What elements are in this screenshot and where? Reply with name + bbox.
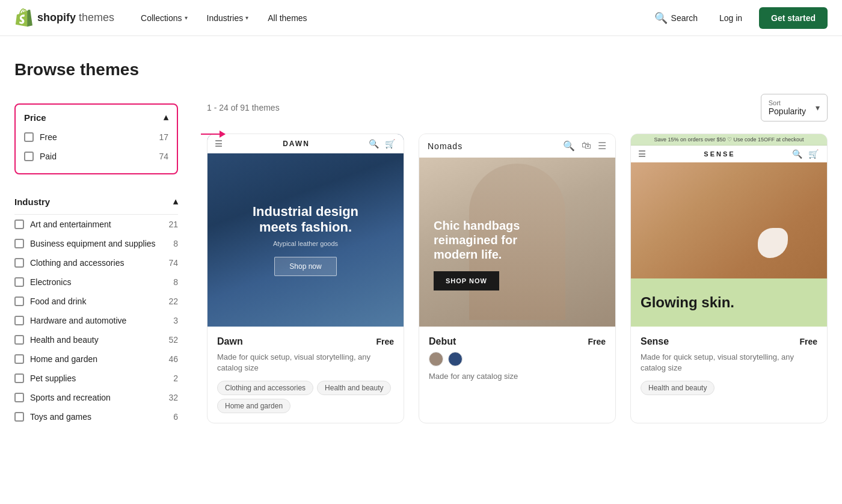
industry-electronics-item[interactable]: Electronics 8 bbox=[14, 272, 178, 292]
dawn-search-icon: 🔍 bbox=[369, 139, 380, 149]
industry-health-item[interactable]: Health and beauty 52 bbox=[14, 330, 178, 349]
login-label: Log in bbox=[719, 13, 742, 23]
get-started-button[interactable]: Get started bbox=[759, 7, 828, 29]
price-free-checkbox[interactable] bbox=[24, 132, 34, 142]
industry-filter-header[interactable]: Industry ▴ bbox=[14, 189, 178, 215]
price-paid-left: Paid bbox=[24, 152, 57, 161]
sense-search-icon: 🔍 bbox=[792, 149, 804, 159]
dawn-shop-button[interactable]: Shop now bbox=[274, 257, 336, 276]
debut-headline: Chic handbagsreimagined formodern life. bbox=[434, 218, 601, 262]
industry-toys-label: Toys and games bbox=[30, 412, 91, 422]
sense-tag-health[interactable]: Health and beauty bbox=[641, 381, 714, 395]
debut-info: Debut Free Made for any catalog size bbox=[419, 327, 615, 399]
sense-name: Sense bbox=[641, 336, 669, 347]
debut-search-icon: 🔍 bbox=[563, 140, 576, 152]
price-free-item[interactable]: Free 17 bbox=[24, 128, 168, 147]
sense-brand-name: SENSE bbox=[704, 150, 735, 158]
industry-sports-checkbox[interactable] bbox=[14, 393, 24, 402]
industry-food-item[interactable]: Food and drink 22 bbox=[14, 292, 178, 311]
industry-clothing-checkbox[interactable] bbox=[14, 258, 24, 268]
price-paid-label: Paid bbox=[40, 152, 57, 161]
industry-hardware-item[interactable]: Hardware and automotive 3 bbox=[14, 311, 178, 330]
industry-clothing-label: Clothing and accessories bbox=[30, 258, 124, 268]
industry-art-checkbox[interactable] bbox=[14, 220, 24, 229]
login-button[interactable]: Log in bbox=[712, 10, 749, 26]
dawn-desc: Made for quick setup, visual storytellin… bbox=[217, 352, 394, 373]
sense-glowing-text: Glowing skin. bbox=[641, 294, 734, 311]
debut-preview: Nomads 🔍 🛍 ☰ Chic handbagsreimagined for… bbox=[419, 134, 615, 327]
content-header: 1 - 24 of 91 themes Sort Popularity ▾ bbox=[207, 91, 828, 121]
industry-home-item[interactable]: Home and garden 46 bbox=[14, 349, 178, 369]
price-free-label: Free bbox=[40, 132, 57, 142]
search-button[interactable]: 🔍 Search bbox=[650, 8, 702, 28]
sense-text-overlay: Glowing skin. bbox=[631, 278, 827, 327]
sense-desc: Made for quick setup, visual storytellin… bbox=[641, 352, 817, 373]
logo-link[interactable]: shopify themes bbox=[14, 8, 114, 28]
debut-color-navy[interactable] bbox=[448, 352, 462, 366]
industry-health-checkbox[interactable] bbox=[14, 335, 24, 345]
price-free-count: 17 bbox=[159, 132, 168, 142]
sense-nav: ☰ SENSE 🔍 🛒 bbox=[631, 146, 827, 162]
dawn-content: Industrial designmeets fashion. Atypical… bbox=[207, 153, 404, 327]
collections-nav[interactable]: Collections ▾ bbox=[134, 10, 194, 26]
industry-electronics-checkbox[interactable] bbox=[14, 277, 24, 287]
industry-business-checkbox[interactable] bbox=[14, 239, 24, 248]
dawn-cart-icon: 🛒 bbox=[385, 139, 396, 149]
all-themes-label: All themes bbox=[268, 13, 307, 23]
industries-nav[interactable]: Industries ▾ bbox=[200, 10, 256, 26]
sense-cart-icon: 🛒 bbox=[808, 149, 820, 159]
price-paid-item[interactable]: Paid 74 bbox=[24, 147, 168, 166]
debut-text-overlay: Chic handbagsreimagined formodern life. … bbox=[434, 218, 601, 290]
dawn-tag-home[interactable]: Home and garden bbox=[217, 399, 290, 413]
nav-right: 🔍 Search Log in Get started bbox=[650, 7, 828, 29]
dawn-menu-icon: ☰ bbox=[215, 139, 224, 149]
industry-art-label: Art and entertainment bbox=[30, 220, 111, 229]
price-filter-section: Price ▴ Free 17 Paid 74 bbox=[14, 103, 178, 174]
industry-toys-checkbox[interactable] bbox=[14, 412, 24, 422]
dawn-tag-clothing[interactable]: Clothing and accessories bbox=[217, 381, 313, 395]
industry-toys-item[interactable]: Toys and games 6 bbox=[14, 407, 178, 426]
industry-business-count: 8 bbox=[173, 239, 178, 248]
dawn-headline: Industrial designmeets fashion. bbox=[253, 204, 358, 236]
annotation-arrow bbox=[201, 134, 225, 135]
industry-electronics-label: Electronics bbox=[30, 277, 71, 287]
price-filter-label: Price bbox=[24, 112, 46, 123]
themes-grid: ☰ DAWN 🔍 🛒 Industrial designmeets fashio… bbox=[207, 134, 828, 423]
dawn-tag-health[interactable]: Health and beauty bbox=[317, 381, 391, 395]
price-paid-checkbox[interactable] bbox=[24, 152, 34, 161]
dawn-subtext: Atypical leather goods bbox=[253, 240, 358, 247]
industry-food-count: 22 bbox=[168, 297, 178, 306]
debut-brand-name: Nomads bbox=[428, 141, 462, 151]
dawn-info: Dawn Free Made for quick setup, visual s… bbox=[207, 327, 404, 423]
debut-color-tan[interactable] bbox=[429, 352, 443, 366]
industry-hardware-label: Hardware and automotive bbox=[30, 316, 126, 325]
industry-food-label: Food and drink bbox=[30, 297, 86, 306]
industry-home-checkbox[interactable] bbox=[14, 354, 24, 364]
industry-sports-item[interactable]: Sports and recreation 32 bbox=[14, 388, 178, 407]
industry-toys-count: 6 bbox=[173, 412, 178, 422]
industry-pet-checkbox[interactable] bbox=[14, 373, 24, 383]
industry-business-label: Business equipment and supplies bbox=[30, 239, 156, 248]
sort-dropdown[interactable]: Sort Popularity ▾ bbox=[761, 94, 828, 121]
industry-sports-count: 32 bbox=[168, 393, 178, 402]
sense-menu-icon: ☰ bbox=[638, 149, 647, 159]
industry-pet-item[interactable]: Pet supplies 2 bbox=[14, 369, 178, 388]
industries-chevron-icon: ▾ bbox=[245, 14, 248, 21]
industry-collapse-icon: ▴ bbox=[173, 196, 178, 207]
debut-content: Chic handbagsreimagined formodern life. … bbox=[419, 158, 615, 327]
industry-art-item[interactable]: Art and entertainment 21 bbox=[14, 215, 178, 234]
industry-business-item[interactable]: Business equipment and supplies 8 bbox=[14, 234, 178, 253]
industry-home-label: Home and garden bbox=[30, 354, 97, 364]
dawn-theme-card[interactable]: ☰ DAWN 🔍 🛒 Industrial designmeets fashio… bbox=[207, 134, 404, 423]
all-themes-nav[interactable]: All themes bbox=[260, 10, 314, 26]
industry-filter-section: Industry ▴ Art and entertainment 21 Busi… bbox=[14, 189, 178, 426]
debut-cta-button[interactable]: SHOP NOW bbox=[434, 271, 499, 290]
industry-clothing-count: 74 bbox=[168, 258, 178, 268]
debut-theme-card[interactable]: Nomads 🔍 🛍 ☰ Chic handbagsreimagined for… bbox=[419, 134, 616, 423]
industry-hardware-checkbox[interactable] bbox=[14, 316, 24, 325]
industry-food-checkbox[interactable] bbox=[14, 297, 24, 306]
price-filter-header[interactable]: Price ▴ bbox=[24, 112, 168, 128]
industry-clothing-item[interactable]: Clothing and accessories 74 bbox=[14, 253, 178, 272]
sense-content: Glowing skin. bbox=[631, 162, 827, 327]
sense-theme-card[interactable]: Save 15% on orders over $50 ♡ Use code 1… bbox=[630, 134, 828, 423]
